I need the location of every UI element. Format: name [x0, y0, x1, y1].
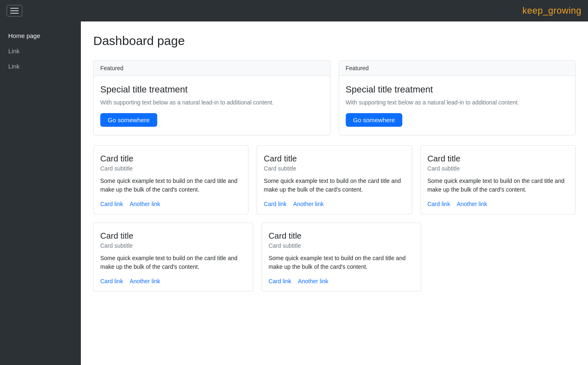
card-2-2: Card title Card subtitle Some quick exam…	[262, 223, 422, 292]
card-2-1-subtitle: Card subtitle	[100, 242, 246, 249]
card-2-2-link2[interactable]: Another link	[298, 278, 328, 284]
card-1-3-link2[interactable]: Another link	[457, 201, 487, 207]
card-2-2-link1[interactable]: Card link	[269, 278, 291, 284]
card-1-1-link2[interactable]: Another link	[130, 201, 160, 207]
main-content: Dashboard page Featured Special title tr…	[81, 21, 588, 365]
featured-card-1-body: Special title treatment With supporting …	[94, 76, 330, 135]
card-2-1-text: Some quick example text to build on the …	[100, 254, 246, 271]
sidebar-item-link-1[interactable]: Link	[0, 43, 81, 59]
card-2-2-text: Some quick example text to build on the …	[269, 254, 415, 271]
card-1-2-links: Card link Another link	[264, 201, 405, 207]
featured-card-2-title: Special title treatment	[346, 84, 569, 95]
featured-card-2-header: Featured	[339, 61, 576, 76]
card-row-2: Card title Card subtitle Some quick exam…	[93, 223, 576, 292]
card-1-1: Card title Card subtitle Some quick exam…	[93, 145, 248, 214]
featured-card-1-text: With supporting text below as a natural …	[100, 99, 324, 106]
card-2-1-link2[interactable]: Another link	[130, 278, 160, 284]
card-1-3-subtitle: Card subtitle	[427, 165, 569, 172]
brand-logo: keep_growing	[522, 5, 581, 16]
hamburger-button[interactable]	[7, 5, 22, 17]
card-2-1: Card title Card subtitle Some quick exam…	[93, 223, 253, 292]
card-1-2-link1[interactable]: Card link	[264, 201, 286, 207]
card-1-2-text: Some quick example text to build on the …	[264, 177, 405, 194]
card-1-3-title: Card title	[427, 154, 569, 164]
featured-card-2-body: Special title treatment With supporting …	[339, 76, 576, 135]
card-2-1-title: Card title	[100, 231, 246, 241]
featured-card-2: Featured Special title treatment With su…	[339, 60, 576, 135]
card-1-2-link2[interactable]: Another link	[293, 201, 324, 207]
featured-card-1-title: Special title treatment	[100, 84, 324, 95]
card-2-2-title: Card title	[269, 231, 415, 241]
card-1-2: Card title Card subtitle Some quick exam…	[257, 145, 412, 214]
card-2-2-links: Card link Another link	[269, 278, 415, 284]
card-1-3: Card title Card subtitle Some quick exam…	[420, 145, 576, 214]
sidebar-item-link-2[interactable]: Link	[0, 59, 81, 74]
card-1-3-link1[interactable]: Card link	[427, 201, 450, 207]
card-1-3-text: Some quick example text to build on the …	[427, 177, 569, 194]
hamburger-line-3	[10, 13, 19, 14]
hamburger-line-1	[10, 8, 19, 9]
hamburger-line-2	[10, 10, 19, 11]
featured-card-1-header: Featured	[94, 61, 330, 76]
card-2-2-subtitle: Card subtitle	[269, 242, 415, 249]
sidebar-item-home[interactable]: Home page	[0, 28, 81, 43]
card-2-1-links: Card link Another link	[100, 278, 246, 284]
featured-row: Featured Special title treatment With su…	[93, 60, 576, 135]
card-1-2-subtitle: Card subtitle	[264, 165, 405, 172]
card-1-2-title: Card title	[264, 154, 405, 164]
card-2-1-link1[interactable]: Card link	[100, 278, 123, 284]
card-1-1-link1[interactable]: Card link	[100, 201, 123, 207]
card-1-1-title: Card title	[100, 154, 241, 164]
page-title: Dashboard page	[93, 34, 576, 48]
card-row-1: Card title Card subtitle Some quick exam…	[93, 145, 576, 214]
featured-card-2-text: With supporting text below as a natural …	[346, 99, 569, 106]
sidebar: Home page Link Link	[0, 21, 81, 365]
card-1-3-links: Card link Another link	[427, 201, 569, 207]
featured-card-1: Featured Special title treatment With su…	[93, 60, 331, 135]
featured-card-1-button[interactable]: Go somewhere	[100, 113, 157, 127]
featured-card-2-button[interactable]: Go somewhere	[346, 113, 403, 127]
card-1-1-subtitle: Card subtitle	[100, 165, 241, 172]
card-1-1-text: Some quick example text to build on the …	[100, 177, 241, 194]
layout: Home page Link Link Dashboard page Featu…	[0, 21, 588, 365]
card-1-1-links: Card link Another link	[100, 201, 241, 207]
navbar: keep_growing	[0, 0, 588, 21]
